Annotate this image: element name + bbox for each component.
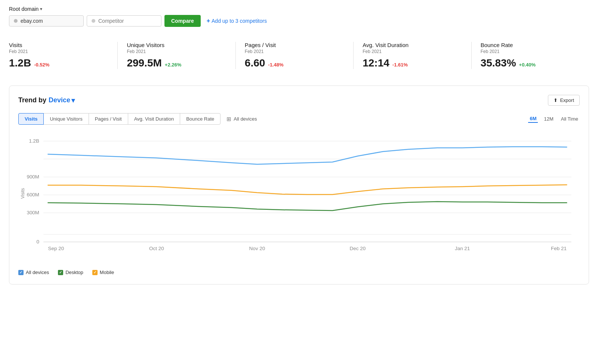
svg-text:600M: 600M bbox=[27, 192, 39, 197]
svg-text:1.2B: 1.2B bbox=[29, 139, 39, 144]
svg-text:Oct 20: Oct 20 bbox=[149, 246, 164, 251]
stat-period: Feb 2021 bbox=[363, 49, 462, 54]
time-range-12m[interactable]: 12M bbox=[542, 115, 555, 122]
competitor-dot-icon bbox=[92, 19, 95, 23]
domain-dot-icon bbox=[14, 19, 18, 23]
checkmark-icon: ✓ bbox=[59, 271, 62, 274]
stat-item-bounce-rate: Bounce Rate Feb 2021 35.83% +0.40% bbox=[472, 42, 589, 69]
input-row: Compare + Add up to 3 competitors bbox=[9, 15, 589, 27]
svg-text:Visits: Visits bbox=[19, 188, 25, 199]
stat-label: Bounce Rate bbox=[481, 42, 580, 48]
stat-value-row: 1.2B -0.52% bbox=[9, 57, 108, 69]
svg-text:Sep 20: Sep 20 bbox=[48, 246, 64, 251]
legend-checkbox: ✓ bbox=[92, 270, 98, 275]
stat-value: 6.60 bbox=[245, 57, 265, 69]
chart-title: Trend by Device ▾ bbox=[18, 96, 75, 105]
compare-button[interactable]: Compare bbox=[164, 15, 201, 27]
chart-svg: 1.2B 900M 600M 300M 0 Visits Sep 20 Oct … bbox=[18, 134, 580, 261]
stat-period: Feb 2021 bbox=[9, 49, 108, 54]
tab-bounce-rate[interactable]: Bounce Rate bbox=[180, 113, 221, 125]
domain-input[interactable] bbox=[21, 18, 79, 24]
root-domain-selector[interactable]: Root domain ▾ bbox=[9, 6, 42, 12]
stat-value: 12:14 bbox=[363, 57, 389, 69]
export-button[interactable]: ⬆ Export bbox=[548, 95, 580, 106]
svg-text:Dec 20: Dec 20 bbox=[350, 246, 366, 251]
stat-change: -0.52% bbox=[34, 62, 49, 68]
stat-change: -1.61% bbox=[392, 62, 408, 68]
stat-period: Feb 2021 bbox=[245, 49, 344, 54]
stat-value-row: 35.83% +0.40% bbox=[481, 57, 580, 69]
plus-icon: + bbox=[207, 18, 210, 24]
stat-item-pages---visit: Pages / Visit Feb 2021 6.60 -1.48% bbox=[236, 42, 354, 69]
chevron-down-icon: ▾ bbox=[40, 6, 42, 12]
tab-visits[interactable]: Visits bbox=[18, 113, 44, 125]
tab-unique-visitors[interactable]: Unique Visitors bbox=[43, 113, 89, 125]
stat-label: Avg. Visit Duration bbox=[363, 42, 462, 48]
chart-card: Trend by Device ▾ ⬆ Export VisitsUnique … bbox=[9, 85, 589, 284]
svg-text:900M: 900M bbox=[27, 174, 39, 180]
checkmark-icon: ✓ bbox=[93, 271, 96, 274]
devices-filter[interactable]: ⊞All devices bbox=[226, 116, 257, 122]
stat-value-row: 299.5M +2.26% bbox=[127, 57, 226, 69]
svg-text:Feb 21: Feb 21 bbox=[551, 246, 567, 251]
tab-pages---visit[interactable]: Pages / Visit bbox=[89, 113, 128, 125]
stat-period: Feb 2021 bbox=[481, 49, 580, 54]
tab-bar: VisitsUnique VisitorsPages / VisitAvg. V… bbox=[18, 113, 580, 125]
legend-checkbox: ✓ bbox=[18, 270, 24, 275]
svg-text:Jan 21: Jan 21 bbox=[455, 246, 470, 251]
add-competitors-link[interactable]: + Add up to 3 competitors bbox=[207, 18, 267, 24]
checkmark-icon: ✓ bbox=[19, 271, 22, 274]
add-competitors-label: Add up to 3 competitors bbox=[212, 18, 267, 24]
stat-value-row: 12:14 -1.61% bbox=[363, 57, 462, 69]
stats-row: Visits Feb 2021 1.2B -0.52% Unique Visit… bbox=[9, 36, 589, 75]
chart-device-selector[interactable]: Device ▾ bbox=[49, 96, 75, 105]
svg-text:Nov 20: Nov 20 bbox=[249, 246, 265, 251]
time-range-row: 6M12MAll Time bbox=[528, 115, 580, 123]
chart-card-header: Trend by Device ▾ ⬆ Export bbox=[18, 95, 580, 106]
legend-label: Mobile bbox=[100, 270, 114, 275]
legend-item-desktop[interactable]: ✓ Desktop bbox=[58, 270, 83, 275]
legend-item-all-devices[interactable]: ✓ All devices bbox=[18, 270, 49, 275]
competitor-input[interactable] bbox=[98, 18, 157, 24]
tab-avg--visit-duration[interactable]: Avg. Visit Duration bbox=[128, 113, 180, 125]
stat-change: +2.26% bbox=[165, 62, 181, 68]
chart-area: 1.2B 900M 600M 300M 0 Visits Sep 20 Oct … bbox=[18, 134, 580, 261]
stat-value: 1.2B bbox=[9, 57, 31, 69]
stat-value: 299.5M bbox=[127, 57, 161, 69]
stat-value: 35.83% bbox=[481, 57, 516, 69]
competitor-input-wrapper bbox=[87, 15, 161, 27]
stat-label: Unique Visitors bbox=[127, 42, 226, 48]
export-icon: ⬆ bbox=[554, 97, 558, 103]
time-range-6m[interactable]: 6M bbox=[528, 115, 538, 123]
chart-legend: ✓ All devices ✓ Desktop ✓ Mobile bbox=[18, 267, 580, 275]
legend-item-mobile[interactable]: ✓ Mobile bbox=[92, 270, 114, 275]
legend-label: All devices bbox=[26, 270, 49, 275]
stat-period: Feb 2021 bbox=[127, 49, 226, 54]
devices-icon: ⊞ bbox=[226, 116, 231, 122]
chart-device-label: Device bbox=[49, 96, 70, 104]
stat-change: -1.48% bbox=[268, 62, 283, 68]
devices-filter-label: All devices bbox=[234, 116, 257, 122]
domain-input-wrapper bbox=[9, 15, 84, 27]
root-domain-label: Root domain bbox=[9, 6, 38, 12]
chart-device-chevron-icon: ▾ bbox=[71, 96, 75, 105]
stat-item-unique-visitors: Unique Visitors Feb 2021 299.5M +2.26% bbox=[118, 42, 235, 69]
stat-label: Pages / Visit bbox=[245, 42, 344, 48]
chart-title-prefix: Trend by bbox=[18, 96, 46, 104]
stat-change: +0.40% bbox=[519, 62, 536, 68]
svg-text:0: 0 bbox=[37, 239, 39, 245]
stat-label: Visits bbox=[9, 42, 108, 48]
legend-checkbox: ✓ bbox=[58, 270, 63, 275]
stat-item-avg--visit-duration: Avg. Visit Duration Feb 2021 12:14 -1.61… bbox=[354, 42, 471, 69]
stat-value-row: 6.60 -1.48% bbox=[245, 57, 344, 69]
stat-item-visits: Visits Feb 2021 1.2B -0.52% bbox=[9, 42, 118, 69]
time-range-all-time[interactable]: All Time bbox=[560, 115, 580, 122]
svg-text:300M: 300M bbox=[27, 210, 39, 215]
legend-label: Desktop bbox=[65, 270, 83, 275]
